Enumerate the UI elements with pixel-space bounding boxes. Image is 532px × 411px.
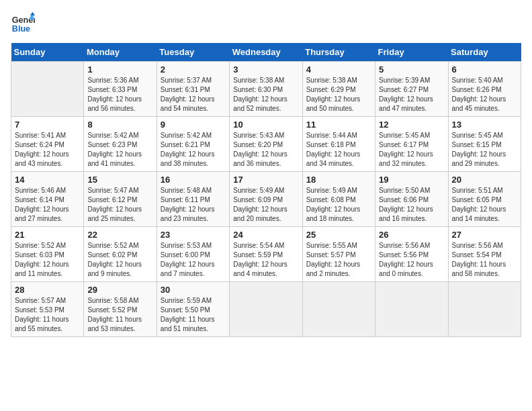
day-info: Sunrise: 5:50 AM Sunset: 6:06 PM Dayligh… bbox=[379, 186, 444, 224]
calendar-row: 14Sunrise: 5:46 AM Sunset: 6:14 PM Dayli… bbox=[11, 172, 521, 227]
day-info: Sunrise: 5:49 AM Sunset: 6:08 PM Dayligh… bbox=[306, 186, 371, 224]
table-row bbox=[375, 282, 448, 337]
day-info: Sunrise: 5:55 AM Sunset: 5:57 PM Dayligh… bbox=[306, 241, 371, 279]
day-number: 24 bbox=[233, 230, 298, 240]
weekday-header-tuesday: Tuesday bbox=[157, 43, 229, 62]
day-info: Sunrise: 5:37 AM Sunset: 6:31 PM Dayligh… bbox=[161, 76, 226, 113]
day-number: 22 bbox=[87, 230, 152, 240]
day-info: Sunrise: 5:45 AM Sunset: 6:15 PM Dayligh… bbox=[452, 131, 517, 169]
table-row: 10Sunrise: 5:43 AM Sunset: 6:20 PM Dayli… bbox=[230, 117, 302, 172]
day-info: Sunrise: 5:45 AM Sunset: 6:17 PM Dayligh… bbox=[379, 131, 444, 169]
day-number: 5 bbox=[379, 64, 444, 75]
table-row: 24Sunrise: 5:54 AM Sunset: 5:59 PM Dayli… bbox=[230, 227, 302, 282]
table-row: 11Sunrise: 5:44 AM Sunset: 6:18 PM Dayli… bbox=[302, 117, 375, 172]
day-number: 2 bbox=[161, 64, 226, 75]
day-info: Sunrise: 5:58 AM Sunset: 5:52 PM Dayligh… bbox=[87, 296, 152, 334]
day-number: 28 bbox=[15, 285, 80, 295]
day-info: Sunrise: 5:56 AM Sunset: 5:54 PM Dayligh… bbox=[452, 241, 517, 279]
calendar-row: 21Sunrise: 5:52 AM Sunset: 6:03 PM Dayli… bbox=[11, 227, 521, 282]
day-info: Sunrise: 5:53 AM Sunset: 6:00 PM Dayligh… bbox=[161, 241, 226, 279]
table-row: 29Sunrise: 5:58 AM Sunset: 5:52 PM Dayli… bbox=[84, 282, 157, 337]
table-row: 2Sunrise: 5:37 AM Sunset: 6:31 PM Daylig… bbox=[157, 62, 229, 117]
table-row: 26Sunrise: 5:56 AM Sunset: 5:56 PM Dayli… bbox=[375, 227, 448, 282]
day-info: Sunrise: 5:46 AM Sunset: 6:14 PM Dayligh… bbox=[15, 186, 80, 224]
day-number: 6 bbox=[452, 64, 517, 75]
day-info: Sunrise: 5:38 AM Sunset: 6:30 PM Dayligh… bbox=[233, 76, 298, 113]
calendar-table: SundayMondayTuesdayWednesdayThursdayFrid… bbox=[11, 43, 521, 337]
table-row: 21Sunrise: 5:52 AM Sunset: 6:03 PM Dayli… bbox=[11, 227, 84, 282]
weekday-header-saturday: Saturday bbox=[448, 43, 521, 62]
day-info: Sunrise: 5:54 AM Sunset: 5:59 PM Dayligh… bbox=[233, 241, 298, 279]
day-info: Sunrise: 5:43 AM Sunset: 6:20 PM Dayligh… bbox=[233, 131, 298, 169]
table-row: 28Sunrise: 5:57 AM Sunset: 5:53 PM Dayli… bbox=[11, 282, 84, 337]
weekday-header-wednesday: Wednesday bbox=[230, 43, 302, 62]
day-number: 23 bbox=[161, 230, 226, 240]
day-number: 16 bbox=[161, 175, 226, 185]
day-info: Sunrise: 5:52 AM Sunset: 6:03 PM Dayligh… bbox=[15, 241, 80, 279]
day-info: Sunrise: 5:38 AM Sunset: 6:29 PM Dayligh… bbox=[306, 76, 371, 113]
day-number: 15 bbox=[87, 175, 152, 185]
day-number: 30 bbox=[161, 285, 226, 295]
table-row: 15Sunrise: 5:47 AM Sunset: 6:12 PM Dayli… bbox=[84, 172, 157, 227]
table-row: 27Sunrise: 5:56 AM Sunset: 5:54 PM Dayli… bbox=[448, 227, 521, 282]
table-row: 20Sunrise: 5:51 AM Sunset: 6:05 PM Dayli… bbox=[448, 172, 521, 227]
logo-icon: General Blue bbox=[11, 11, 35, 35]
table-row: 1Sunrise: 5:36 AM Sunset: 6:33 PM Daylig… bbox=[84, 62, 157, 117]
table-row: 16Sunrise: 5:48 AM Sunset: 6:11 PM Dayli… bbox=[157, 172, 229, 227]
day-number: 11 bbox=[306, 120, 371, 130]
day-number: 27 bbox=[452, 230, 517, 240]
day-info: Sunrise: 5:48 AM Sunset: 6:11 PM Dayligh… bbox=[161, 186, 226, 224]
table-row bbox=[302, 282, 375, 337]
day-number: 12 bbox=[379, 120, 444, 130]
table-row: 17Sunrise: 5:49 AM Sunset: 6:09 PM Dayli… bbox=[230, 172, 302, 227]
table-row: 30Sunrise: 5:59 AM Sunset: 5:50 PM Dayli… bbox=[157, 282, 229, 337]
table-row: 9Sunrise: 5:42 AM Sunset: 6:21 PM Daylig… bbox=[157, 117, 229, 172]
day-number: 9 bbox=[161, 120, 226, 130]
day-info: Sunrise: 5:39 AM Sunset: 6:27 PM Dayligh… bbox=[379, 76, 444, 113]
table-row: 19Sunrise: 5:50 AM Sunset: 6:06 PM Dayli… bbox=[375, 172, 448, 227]
day-info: Sunrise: 5:44 AM Sunset: 6:18 PM Dayligh… bbox=[306, 131, 371, 169]
day-number: 8 bbox=[87, 120, 152, 130]
table-row: 12Sunrise: 5:45 AM Sunset: 6:17 PM Dayli… bbox=[375, 117, 448, 172]
table-row: 5Sunrise: 5:39 AM Sunset: 6:27 PM Daylig… bbox=[375, 62, 448, 117]
day-info: Sunrise: 5:42 AM Sunset: 6:23 PM Dayligh… bbox=[87, 131, 152, 169]
weekday-header-monday: Monday bbox=[84, 43, 157, 62]
table-row: 22Sunrise: 5:52 AM Sunset: 6:02 PM Dayli… bbox=[84, 227, 157, 282]
table-row: 6Sunrise: 5:40 AM Sunset: 6:26 PM Daylig… bbox=[448, 62, 521, 117]
day-info: Sunrise: 5:59 AM Sunset: 5:50 PM Dayligh… bbox=[161, 296, 226, 334]
svg-text:Blue: Blue bbox=[12, 24, 30, 34]
table-row: 18Sunrise: 5:49 AM Sunset: 6:08 PM Dayli… bbox=[302, 172, 375, 227]
day-number: 7 bbox=[15, 120, 80, 130]
day-number: 17 bbox=[233, 175, 298, 185]
svg-marker-2 bbox=[30, 12, 35, 15]
table-row bbox=[448, 282, 521, 337]
day-info: Sunrise: 5:56 AM Sunset: 5:56 PM Dayligh… bbox=[379, 241, 444, 279]
table-row: 3Sunrise: 5:38 AM Sunset: 6:30 PM Daylig… bbox=[230, 62, 302, 117]
page-header: General Blue bbox=[11, 11, 521, 35]
day-number: 10 bbox=[233, 120, 298, 130]
table-row: 8Sunrise: 5:42 AM Sunset: 6:23 PM Daylig… bbox=[84, 117, 157, 172]
day-number: 14 bbox=[15, 175, 80, 185]
day-number: 19 bbox=[379, 175, 444, 185]
day-number: 13 bbox=[452, 120, 517, 130]
calendar-row: 7Sunrise: 5:41 AM Sunset: 6:24 PM Daylig… bbox=[11, 117, 521, 172]
day-number: 20 bbox=[452, 175, 517, 185]
day-info: Sunrise: 5:49 AM Sunset: 6:09 PM Dayligh… bbox=[233, 186, 298, 224]
day-info: Sunrise: 5:42 AM Sunset: 6:21 PM Dayligh… bbox=[161, 131, 226, 169]
day-number: 4 bbox=[306, 64, 371, 75]
table-row: 25Sunrise: 5:55 AM Sunset: 5:57 PM Dayli… bbox=[302, 227, 375, 282]
day-info: Sunrise: 5:51 AM Sunset: 6:05 PM Dayligh… bbox=[452, 186, 517, 224]
table-row: 7Sunrise: 5:41 AM Sunset: 6:24 PM Daylig… bbox=[11, 117, 84, 172]
day-number: 21 bbox=[15, 230, 80, 240]
day-number: 29 bbox=[87, 285, 152, 295]
table-row: 14Sunrise: 5:46 AM Sunset: 6:14 PM Dayli… bbox=[11, 172, 84, 227]
weekday-header-thursday: Thursday bbox=[302, 43, 375, 62]
day-number: 26 bbox=[379, 230, 444, 240]
day-info: Sunrise: 5:40 AM Sunset: 6:26 PM Dayligh… bbox=[452, 76, 517, 113]
weekday-header-row: SundayMondayTuesdayWednesdayThursdayFrid… bbox=[11, 43, 521, 62]
day-info: Sunrise: 5:52 AM Sunset: 6:02 PM Dayligh… bbox=[87, 241, 152, 279]
day-info: Sunrise: 5:41 AM Sunset: 6:24 PM Dayligh… bbox=[15, 131, 80, 169]
calendar-row: 1Sunrise: 5:36 AM Sunset: 6:33 PM Daylig… bbox=[11, 62, 521, 117]
table-row: 13Sunrise: 5:45 AM Sunset: 6:15 PM Dayli… bbox=[448, 117, 521, 172]
day-info: Sunrise: 5:47 AM Sunset: 6:12 PM Dayligh… bbox=[87, 186, 152, 224]
